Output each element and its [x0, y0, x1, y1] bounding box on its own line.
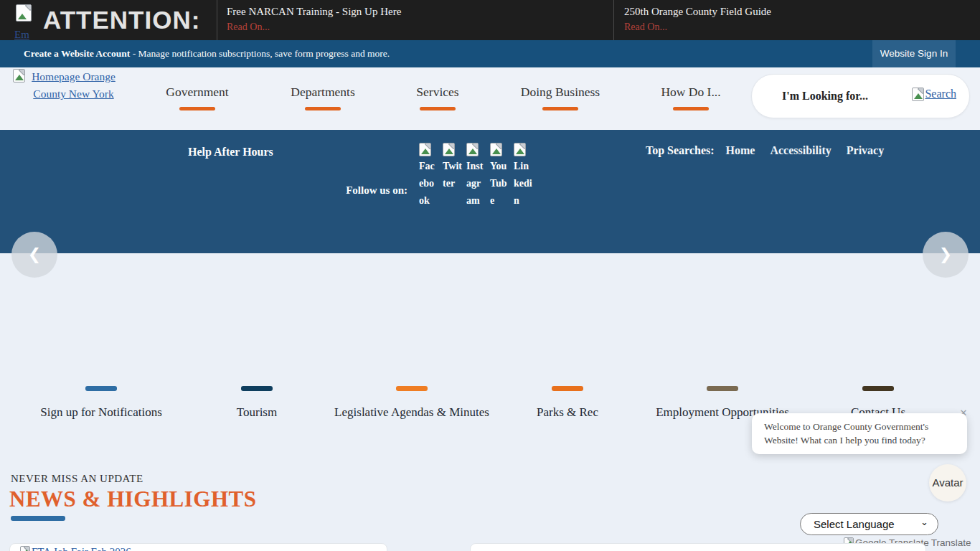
nav-underline — [179, 107, 215, 110]
nav-underline — [420, 107, 456, 110]
main-navbar: Homepage Orange County New York Governme… — [0, 67, 980, 130]
social-link-twitter[interactable]: Twitter — [443, 143, 462, 209]
carousel-next-button[interactable]: ❯ — [923, 232, 969, 278]
facebook-icon — [419, 143, 431, 156]
quicklink-color-bar — [552, 386, 583, 391]
divider — [613, 0, 614, 40]
quicklink-legislative-agendas[interactable]: Legislative Agendas & Minutes — [333, 386, 491, 420]
alert-image-alt-link[interactable]: Em — [14, 29, 29, 40]
alert-title: Free NARCAN Training - Sign Up Here — [227, 6, 401, 18]
news-accent-bar — [11, 516, 65, 521]
social-link-linkedin[interactable]: Linkedin — [514, 143, 533, 209]
account-description: - Manage notification subscriptions, sav… — [133, 48, 390, 59]
nav-item-doing-business[interactable]: Doing Business — [510, 85, 611, 110]
translate-link[interactable]: Translate — [931, 537, 971, 548]
quicklink-color-bar — [396, 386, 428, 391]
website-sign-in-button[interactable]: Website Sign In — [872, 40, 956, 67]
top-search-accessibility[interactable]: Accessibility — [770, 144, 831, 157]
instagram-icon — [466, 143, 479, 156]
account-bar: Create a Website Account - Manage notifi… — [0, 40, 980, 67]
create-account-link[interactable]: Create a Website Account — [24, 48, 130, 59]
news-card — [470, 543, 926, 551]
broken-image-icon — [20, 546, 30, 551]
quicklink-color-bar — [241, 386, 273, 391]
nav-underline — [542, 107, 578, 110]
chat-avatar[interactable]: Avatar — [929, 464, 966, 501]
social-link-facebook[interactable]: Facebook — [419, 143, 438, 209]
news-card-link[interactable]: FTA Job Fair Feb 2026 — [20, 546, 131, 551]
nav-underline — [673, 107, 709, 110]
search-input[interactable] — [782, 85, 904, 108]
social-link-youtube[interactable]: YouTube — [490, 143, 509, 209]
language-select-wrap: Select Language ⌄ — [800, 513, 938, 535]
nav-item-government[interactable]: Government — [154, 85, 240, 110]
carousel-prev-button[interactable]: ❮ — [11, 232, 57, 278]
alert-title: 250th Orange County Field Guide — [624, 6, 771, 18]
linkedin-icon — [514, 143, 526, 156]
top-searches-label: Top Searches: — [646, 144, 715, 157]
quicklink-tourism[interactable]: Tourism — [178, 386, 336, 420]
nav-item-services[interactable]: Services — [395, 85, 481, 110]
nav-item-how-do-i[interactable]: How Do I... — [648, 85, 734, 110]
divider — [217, 0, 217, 40]
quicklink-parks-rec[interactable]: Parks & Rec — [489, 386, 646, 420]
read-on-link[interactable]: Read On... — [227, 22, 401, 33]
search-button[interactable]: Search — [912, 88, 956, 101]
news-card: FTA Job Fair Feb 2026 — [9, 543, 387, 551]
news-eyebrow: NEVER MISS AN UPDATE — [11, 473, 143, 485]
alert-item: Free NARCAN Training - Sign Up Here Read… — [227, 6, 401, 33]
help-after-hours-link[interactable]: Help After Hours — [188, 146, 273, 159]
social-link-instagram[interactable]: Instagram — [466, 143, 486, 209]
alert-item: 250th Orange County Field Guide Read On.… — [624, 6, 771, 33]
top-searches: Top Searches: Home Accessibility Privacy — [646, 144, 899, 157]
quicklink-color-bar — [862, 386, 894, 391]
youtube-icon — [490, 143, 502, 156]
nav-underline — [305, 107, 341, 110]
nav-item-departments[interactable]: Departments — [280, 85, 366, 110]
site-search: Search — [751, 74, 970, 118]
follow-us-label: Follow us on: — [326, 184, 407, 197]
orange-county-homepage: Em ATTENTION: Free NARCAN Training - Sig… — [0, 0, 980, 551]
attention-label: ATTENTION: — [43, 0, 200, 40]
create-account-text[interactable]: Create a Website Account - Manage notifi… — [24, 40, 390, 67]
language-select[interactable]: Select Language — [800, 513, 938, 535]
homepage-logo-link[interactable]: Homepage Orange County New York — [22, 68, 126, 103]
top-search-privacy[interactable]: Privacy — [847, 144, 884, 157]
news-highlights-title: NEWS & HIGHLIGHTS — [9, 486, 256, 512]
attention-bar: Em ATTENTION: Free NARCAN Training - Sig… — [0, 0, 980, 40]
chat-bubble: Welcome to Orange County Government's We… — [752, 413, 967, 454]
quicklink-color-bar — [707, 386, 738, 391]
quicklink-color-bar — [85, 386, 117, 391]
hero-section: Help After Hours Follow us on: Facebook … — [0, 130, 980, 253]
top-search-home[interactable]: Home — [726, 144, 755, 157]
chat-message: Welcome to Orange County Government's We… — [764, 420, 955, 448]
broken-image-icon — [16, 4, 32, 22]
twitter-icon — [443, 143, 455, 156]
search-icon — [912, 88, 924, 101]
read-on-link[interactable]: Read On... — [624, 22, 771, 33]
social-links: Facebook Twitter Instagram YouTube Linke… — [419, 143, 537, 209]
quicklink-notifications[interactable]: Sign up for Notifications — [22, 386, 180, 420]
